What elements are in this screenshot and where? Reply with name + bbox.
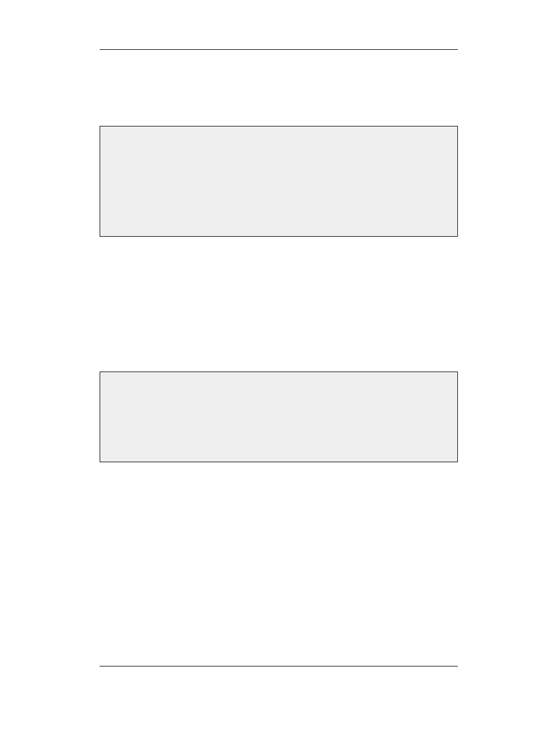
- content-box-2: [100, 372, 458, 462]
- content-box-1: [100, 126, 458, 237]
- bottom-horizontal-rule: [100, 666, 458, 666]
- top-horizontal-rule: [100, 49, 458, 50]
- page: [0, 0, 534, 756]
